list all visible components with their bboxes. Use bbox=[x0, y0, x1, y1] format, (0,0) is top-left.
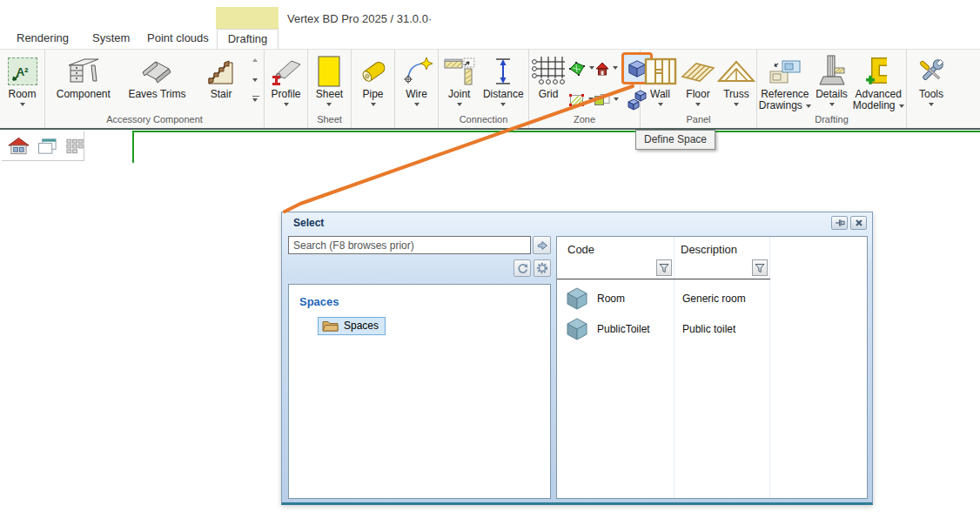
pipe-button[interactable]: Pipe bbox=[357, 51, 390, 114]
model-view-icon[interactable] bbox=[8, 137, 30, 156]
select-dialog: Select bbox=[281, 212, 873, 505]
scroll-down-button[interactable] bbox=[252, 78, 258, 82]
joint-button[interactable]: Joint bbox=[440, 51, 480, 114]
advanced-modeling-button[interactable]: Advanced Modeling bbox=[851, 51, 905, 114]
go-arrow-icon bbox=[536, 240, 548, 251]
ribbon-group-wire: Wire bbox=[395, 50, 439, 128]
wall-button[interactable]: Wall bbox=[641, 51, 679, 114]
wall-icon bbox=[643, 57, 678, 86]
building-button[interactable] bbox=[595, 62, 618, 76]
dialog-titlebar[interactable]: Select bbox=[282, 212, 872, 233]
refresh-button[interactable] bbox=[513, 259, 531, 277]
eaves-trims-icon bbox=[140, 59, 173, 84]
close-icon bbox=[855, 219, 863, 227]
room-dropdown-caret bbox=[20, 103, 25, 106]
refresh-icon bbox=[517, 263, 528, 274]
ribbon-group-panel: Wall Floor bbox=[641, 50, 757, 128]
zone-hatch-icon bbox=[568, 93, 585, 107]
ribbon-group-pipe: Pipe bbox=[352, 50, 395, 128]
group-label-drafting: Drafting bbox=[758, 114, 905, 128]
code-filter-button[interactable] bbox=[656, 259, 672, 276]
tab-system[interactable]: System bbox=[83, 29, 139, 49]
tile-windows-icon[interactable] bbox=[65, 138, 84, 155]
component-icon bbox=[66, 57, 101, 86]
room-icon: A² bbox=[8, 57, 37, 85]
distance-button[interactable]: Distance bbox=[480, 51, 527, 114]
tab-drafting[interactable]: Drafting bbox=[217, 29, 279, 49]
reference-drawings-button[interactable]: Reference Drawings bbox=[758, 51, 812, 114]
distance-icon bbox=[493, 57, 513, 86]
building-icon bbox=[595, 62, 609, 76]
zone-area-button[interactable] bbox=[568, 61, 594, 77]
scroll-up-button[interactable] bbox=[252, 58, 258, 62]
view-quickbar bbox=[2, 131, 84, 161]
ribbon: A² Room bbox=[0, 49, 980, 130]
floor-icon bbox=[679, 58, 717, 84]
funnel-icon bbox=[659, 263, 669, 273]
space-cube-icon bbox=[566, 317, 588, 341]
pin-icon bbox=[835, 218, 845, 228]
settings-button[interactable] bbox=[534, 259, 551, 277]
space-types-table: Code Description Room Gene bbox=[556, 236, 868, 499]
stair-button[interactable]: Stair bbox=[193, 51, 249, 114]
close-button[interactable] bbox=[850, 216, 867, 230]
advanced-modeling-icon bbox=[864, 56, 892, 87]
drawing-frame-top bbox=[132, 131, 980, 132]
search-input[interactable] bbox=[288, 236, 531, 254]
tree-item-spaces[interactable]: Spaces bbox=[318, 317, 386, 335]
table-row-publictoilet[interactable]: PublicToilet Public toilet bbox=[557, 314, 867, 345]
search-go-button[interactable] bbox=[533, 236, 551, 254]
ribbon-group-room: A² Room bbox=[0, 50, 45, 128]
dialog-title: Select bbox=[293, 217, 829, 229]
description-filter-button[interactable] bbox=[752, 259, 768, 276]
tab-point-clouds[interactable]: Point clouds bbox=[138, 29, 218, 49]
eaves-trims-button[interactable]: Eaves Trims bbox=[121, 51, 194, 114]
ribbon-group-zone: Grid bbox=[529, 50, 641, 128]
dialog-left-pane: Spaces Spaces bbox=[288, 236, 551, 499]
joint-icon bbox=[443, 57, 476, 86]
profile-icon bbox=[269, 56, 304, 87]
floor-button[interactable]: Floor bbox=[679, 51, 717, 114]
ribbon-group-drafting: Reference Drawings Details bbox=[757, 50, 907, 128]
column-header-code[interactable]: Code bbox=[567, 243, 594, 256]
stair-icon bbox=[205, 57, 237, 86]
profile-button[interactable]: Profile bbox=[269, 51, 304, 114]
sheet-button[interactable]: Sheet bbox=[316, 51, 343, 114]
component-button[interactable]: Component bbox=[46, 51, 121, 114]
ribbon-group-tools: Tools bbox=[907, 50, 956, 128]
table-row-room[interactable]: Room Generic room bbox=[557, 284, 867, 314]
space-cube-icon bbox=[566, 286, 588, 311]
tools-button[interactable]: Tools bbox=[915, 51, 948, 114]
ribbon-group-connection: Joint Distance Connection bbox=[439, 50, 529, 128]
zone-color-button[interactable] bbox=[594, 93, 619, 106]
expand-gallery-button[interactable] bbox=[252, 96, 259, 102]
zone-hatch-button[interactable] bbox=[568, 93, 594, 107]
tab-rendering[interactable]: Rendering bbox=[7, 29, 78, 49]
wire-button[interactable]: Wire bbox=[400, 51, 433, 114]
pin-button[interactable] bbox=[831, 216, 848, 230]
grid-button[interactable]: Grid bbox=[530, 51, 567, 114]
funnel-icon bbox=[755, 263, 765, 273]
folder-icon bbox=[322, 320, 339, 332]
sheet-icon bbox=[318, 56, 340, 87]
details-icon bbox=[816, 55, 848, 88]
ribbon-group-profile: Profile bbox=[265, 50, 308, 128]
tools-icon bbox=[915, 56, 948, 87]
ribbon-group-sheet: Sheet Sheet bbox=[308, 50, 352, 128]
truss-button[interactable]: Truss bbox=[717, 51, 755, 114]
group-label-sheet: Sheet bbox=[309, 114, 350, 128]
reference-drawings-icon bbox=[768, 57, 802, 85]
truss-icon bbox=[717, 58, 755, 84]
active-tab-highlight bbox=[216, 7, 279, 29]
zone-area-icon bbox=[568, 61, 586, 77]
app-title: Vertex BD Pro 2025 / 31.0.0· bbox=[287, 12, 432, 25]
group-label-connection: Connection bbox=[440, 114, 527, 128]
define-space-tooltip: Define Space bbox=[635, 130, 715, 150]
app-window: { "titlebar": { "app_title": "Vertex BD … bbox=[0, 0, 980, 525]
ribbon-overflow-controls bbox=[249, 51, 263, 114]
details-button[interactable]: Details bbox=[812, 51, 852, 114]
cascade-windows-icon[interactable] bbox=[37, 138, 57, 155]
room-button[interactable]: A² Room bbox=[8, 51, 37, 114]
column-header-description[interactable]: Description bbox=[681, 243, 737, 256]
ribbon-group-accessory: Component Eaves Trims bbox=[45, 50, 265, 128]
